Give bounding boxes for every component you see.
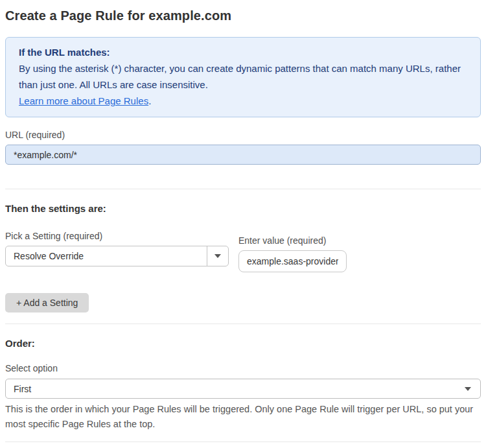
setting-row: Pick a Setting (required) Resolve Overri… [5, 231, 481, 272]
section-divider [5, 324, 481, 324]
page-title: Create a Page Rule for example.com [5, 8, 481, 23]
order-heading: Order: [5, 338, 481, 349]
enter-value-label: Enter value (required) [238, 235, 347, 246]
link-suffix: . [148, 95, 151, 106]
create-page-rule-form: Create a Page Rule for example.com If th… [0, 0, 486, 448]
setting-value-input[interactable] [238, 250, 347, 272]
setting-select-value: Resolve Override [6, 251, 84, 261]
chevron-down-icon [214, 254, 221, 258]
enter-value-group: Enter value (required) [238, 235, 347, 272]
info-box-body: By using the asterisk (*) character, you… [19, 60, 467, 93]
section-divider [5, 442, 481, 442]
pick-setting-group: Pick a Setting (required) Resolve Overri… [5, 231, 229, 272]
setting-select[interactable]: Resolve Override [5, 246, 229, 266]
url-label: URL (required) [5, 130, 481, 140]
url-input[interactable] [5, 145, 481, 165]
order-help-text: This is the order in which your Page Rul… [5, 402, 481, 432]
order-select[interactable]: First [5, 379, 481, 399]
info-box-link-line: Learn more about Page Rules. [19, 93, 467, 109]
pick-setting-label: Pick a Setting (required) [5, 231, 229, 241]
section-divider [5, 189, 481, 189]
add-setting-button[interactable]: + Add a Setting [5, 293, 89, 312]
url-match-info-box: If the URL matches: By using the asteris… [5, 37, 481, 117]
setting-select-arrow-button[interactable] [207, 246, 228, 266]
settings-heading: Then the settings are: [5, 203, 481, 214]
info-box-heading: If the URL matches: [19, 44, 467, 60]
select-option-label: Select option [5, 363, 481, 373]
learn-more-link[interactable]: Learn more about Page Rules [19, 95, 148, 106]
order-select-value: First [6, 384, 31, 394]
url-field-group: URL (required) [5, 130, 481, 165]
chevron-down-icon [465, 387, 471, 391]
